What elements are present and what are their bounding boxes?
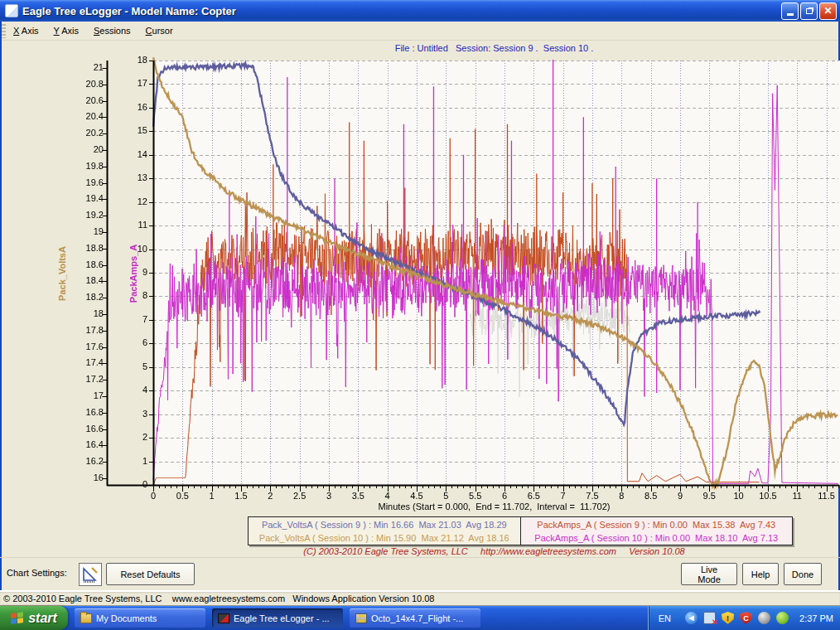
- left-axis-tick-label: 18.2: [70, 292, 104, 302]
- menu-item-x-axis[interactable]: X Axis: [6, 23, 46, 38]
- x-axis-tick-label: 4: [374, 491, 402, 501]
- x-axis-tick-label: 0.5: [168, 491, 196, 501]
- left-axis-tick-label: 19: [70, 226, 104, 236]
- minimize-button[interactable]: [781, 2, 799, 20]
- x-axis-tick-label: 3.5: [344, 491, 372, 501]
- x-axis-tick-label: 9.5: [695, 491, 723, 501]
- left-axis-tick-label: 16.8: [70, 407, 104, 417]
- chart-legend: Pack_VoltsA ( Session 9 ) : Min 16.66 Ma…: [248, 516, 793, 545]
- right-axis-tick-label: 1: [123, 456, 147, 466]
- chart-plot-area[interactable]: [99, 55, 840, 511]
- chart-settings-button[interactable]: [79, 563, 102, 586]
- done-button[interactable]: Done: [784, 563, 822, 585]
- language-indicator[interactable]: EN: [659, 613, 671, 623]
- left-axis-title: Pack_VoltsA: [57, 230, 67, 317]
- left-axis-tick-label: 16: [70, 472, 104, 482]
- right-axis-tick-label: 9: [123, 267, 147, 277]
- hide-tray-chevron-icon[interactable]: ◀: [685, 612, 698, 624]
- window-title: Eagle Tree eLogger - Model Name: Copter: [22, 5, 236, 17]
- x-axis-tick-label: 10.5: [754, 491, 782, 501]
- chart-copyright: (C) 2003-2010 Eagle Tree Systems, LLC ht…: [153, 546, 835, 556]
- taskbar-task-octo-14x4-7-flight[interactable]: Octo_14x4.7_Flight -...: [350, 608, 480, 628]
- x-axis-tick-label: 6: [490, 491, 519, 501]
- left-axis-tick-label: 20.2: [70, 128, 104, 138]
- right-axis-tick-label: 17: [123, 78, 147, 88]
- left-axis-tick-label: 17.4: [70, 357, 104, 367]
- wireless-icon[interactable]: [776, 612, 789, 624]
- menu-bar: X AxisY AxisSessionsCursor: [0, 22, 840, 41]
- x-axis-tick-label: 9: [666, 491, 694, 501]
- left-axis-tick-label: 17.8: [70, 325, 104, 335]
- left-axis-tick-label: 18.6: [70, 259, 104, 269]
- task-label: Eagle Tree eLogger - ...: [234, 613, 330, 623]
- restore-button[interactable]: [800, 2, 818, 20]
- x-axis-tick-label: 8: [607, 491, 635, 501]
- eagle-app-icon: [218, 613, 229, 623]
- taskbar-task-eagle-tree-elogger[interactable]: Eagle Tree eLogger - ...: [212, 608, 343, 628]
- menu-item-y-axis[interactable]: Y Axis: [46, 23, 86, 38]
- left-axis-tick-label: 19.6: [70, 177, 104, 187]
- right-axis-tick-label: 14: [123, 149, 147, 159]
- application-window: Eagle Tree eLogger - Model Name: Copter …: [0, 0, 840, 630]
- left-axis-tick-label: 20.6: [70, 95, 104, 105]
- volume-icon[interactable]: [758, 612, 770, 624]
- close-button[interactable]: ✕: [819, 2, 837, 20]
- system-tray: EN ◀ ! C 2:37 PM: [648, 606, 840, 630]
- taskbar-task-my-documents[interactable]: My Documents: [75, 608, 205, 628]
- left-axis-tick-label: 16.4: [70, 439, 104, 449]
- legend-row: PackAmps_A ( Session 9 ) : Min 0.00 Max …: [521, 518, 793, 531]
- legend-row: PackAmps_A ( Session 10 ) : Min 0.00 Max…: [521, 531, 793, 545]
- network-status-icon[interactable]: [703, 612, 716, 624]
- restore-icon: [806, 8, 813, 14]
- left-axis-tick-label: 19.8: [70, 161, 104, 171]
- x-axis-tick-label: 7.5: [578, 491, 606, 501]
- x-axis-tick-label: 5: [432, 491, 460, 501]
- x-axis-tick-label: 2: [256, 491, 284, 501]
- ruler-pencil-icon: [81, 565, 99, 584]
- left-axis-tick-label: 17.2: [70, 374, 104, 384]
- right-axis-tick-label: 13: [123, 172, 147, 182]
- menu-item-sessions[interactable]: Sessions: [86, 23, 138, 38]
- antivirus-shield-icon[interactable]: C: [740, 612, 752, 624]
- right-axis-tick-label: 8: [123, 290, 147, 300]
- x-axis-tick-label: 4.5: [403, 491, 431, 501]
- security-shield-icon[interactable]: !: [722, 612, 734, 624]
- legend-row: Pack_VoltsA ( Session 9 ) : Min 16.66 Ma…: [249, 518, 520, 531]
- help-button[interactable]: Help: [742, 563, 779, 585]
- right-axis-tick-label: 2: [123, 432, 147, 442]
- right-axis-tick-label: 10: [123, 244, 147, 254]
- left-axis-tick-label: 19.2: [70, 210, 104, 220]
- right-axis-tick-label: 16: [123, 102, 147, 112]
- live-mode-button[interactable]: Live Mode: [681, 563, 737, 585]
- x-axis-tick-label: 1.5: [227, 491, 255, 501]
- folder-icon: [80, 613, 92, 623]
- left-axis-tick-label: 17.6: [70, 342, 104, 351]
- clock[interactable]: 2:37 PM: [799, 613, 833, 623]
- windows-flag-icon: [11, 612, 24, 625]
- status-bar: © 2003-2010 Eagle Tree Systems, LLC www.…: [0, 590, 840, 606]
- controls-bar: Chart Settings: Reset Defaults Live Mode…: [0, 557, 840, 590]
- start-button[interactable]: start: [0, 606, 68, 630]
- chart-settings-label: Chart Settings:: [7, 568, 67, 578]
- x-axis-tick-label: 11: [783, 491, 811, 501]
- right-axis-tick-label: 11: [123, 220, 147, 230]
- right-axis-tick-label: 3: [123, 409, 147, 419]
- x-axis-tick-label: 8.5: [637, 491, 665, 501]
- x-axis-tick-label: 1: [198, 491, 226, 501]
- left-axis-tick-label: 16.6: [70, 424, 104, 434]
- menu-item-cursor[interactable]: Cursor: [138, 23, 181, 38]
- session-header: File : Untitled Session: Session 9 . Ses…: [153, 43, 835, 53]
- x-axis-tick-label: 5.5: [461, 491, 490, 501]
- title-bar[interactable]: Eagle Tree eLogger - Model Name: Copter …: [0, 0, 840, 22]
- right-axis-tick-label: 4: [123, 385, 147, 395]
- close-icon: ✕: [823, 5, 832, 17]
- start-label: start: [28, 611, 57, 626]
- task-label: Octo_14x4.7_Flight -...: [371, 613, 463, 623]
- left-axis-tick-label: 18.8: [70, 243, 104, 253]
- reset-defaults-button[interactable]: Reset Defaults: [106, 563, 195, 585]
- minimize-icon: [787, 13, 794, 16]
- x-axis-tick-label: 7: [549, 491, 577, 501]
- left-axis-tick-label: 20: [70, 144, 104, 154]
- right-axis-tick-label: 5: [123, 361, 147, 371]
- left-axis-tick-label: 20.8: [70, 79, 104, 89]
